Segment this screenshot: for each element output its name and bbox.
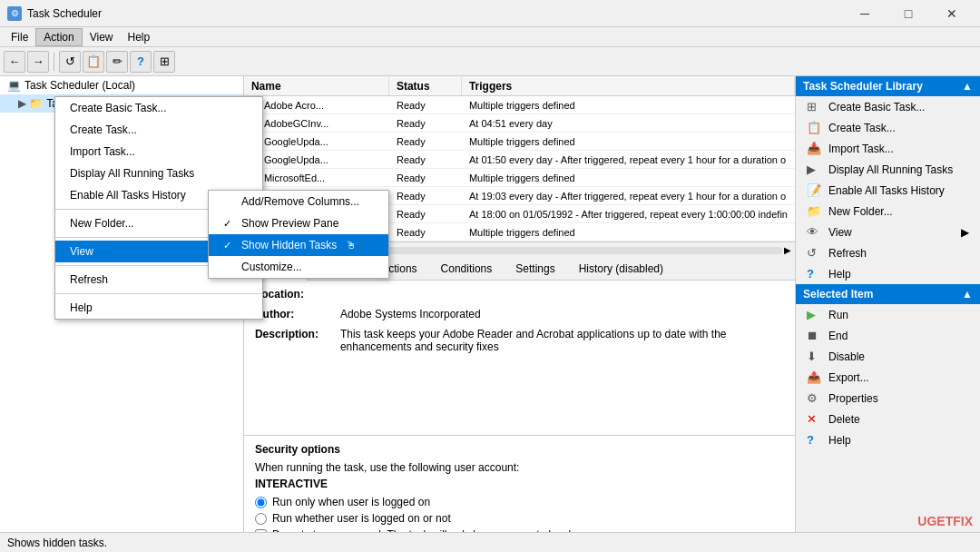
table-row[interactable]: ⊙GoogleUpda... Ready At 01:50 every day … xyxy=(244,151,795,169)
view-show-preview-pane[interactable]: ✓ Show Preview Pane xyxy=(209,212,388,234)
run-icon: ▶ xyxy=(807,308,823,321)
table-row[interactable]: ⊙GoogleUpda... Ready Multiple triggers d… xyxy=(244,133,795,151)
tab-settings[interactable]: Settings xyxy=(504,258,566,280)
status-text: Shows hidden tasks. xyxy=(7,537,107,549)
menu-view[interactable]: View xyxy=(83,29,121,45)
tab-conditions[interactable]: Conditions xyxy=(429,258,505,280)
refresh-toolbar-button[interactable]: ↺ xyxy=(59,51,81,73)
left-panel: 💻 Task Scheduler (Local) ▶ 📁 Task Schedu… xyxy=(0,76,244,552)
cursor-pointer-icon: 🖱 xyxy=(346,239,357,251)
right-properties[interactable]: ⚙ Properties xyxy=(796,388,980,409)
edit-button[interactable]: ✏ xyxy=(106,51,128,73)
table-row[interactable]: ⊙AdobeGCInv... Ready At 04:51 every day xyxy=(244,114,795,133)
help-selected-icon: ? xyxy=(807,433,823,447)
task-table-header: Name Status Triggers xyxy=(244,76,795,96)
radio-whether-logged[interactable] xyxy=(255,513,267,525)
menu-help[interactable]: Help xyxy=(121,29,158,45)
right-create-task[interactable]: 📋 Create Task... xyxy=(796,117,980,138)
radio-whether-logged-row: Run whether user is logged on or not xyxy=(255,512,784,525)
action-create-basic-task[interactable]: Create Basic Task... xyxy=(55,97,262,119)
security-title: Security options xyxy=(255,443,784,456)
location-value xyxy=(340,288,784,301)
toolbar: ← → ↺ 📋 ✏ ? ⊞ xyxy=(0,47,980,76)
window-controls: ─ □ ✕ xyxy=(844,0,973,27)
check-hidden-icon: ✓ xyxy=(223,240,236,251)
collapse-library-icon: ▲ xyxy=(962,80,973,93)
collapse-selected-icon: ▲ xyxy=(962,288,973,301)
folder-icon: ▶ 📁 xyxy=(18,97,43,110)
scroll-right-icon[interactable]: ▶ xyxy=(784,245,791,255)
back-button[interactable]: ← xyxy=(4,51,25,73)
minimize-button[interactable]: ─ xyxy=(844,0,886,27)
menu-bar: File Action View Help xyxy=(0,27,980,47)
radio-logged-on-row: Run only when user is logged on xyxy=(255,496,784,508)
close-button[interactable]: ✕ xyxy=(931,0,973,27)
right-create-basic-task[interactable]: ⊞ Create Basic Task... xyxy=(796,96,980,117)
action-create-task[interactable]: Create Task... xyxy=(55,119,262,141)
location-label: Location: xyxy=(255,288,337,301)
detail-location-row: Location: xyxy=(255,288,784,301)
view-icon: 👁 xyxy=(807,225,823,239)
column-triggers: Triggers xyxy=(462,77,795,95)
column-status: Status xyxy=(389,77,462,95)
right-section-selected-header[interactable]: Selected Item ▲ xyxy=(796,284,980,304)
author-label: Author: xyxy=(255,308,337,320)
center-panel: Name Status Triggers ⊙Adobe Acro... Read… xyxy=(244,76,795,552)
right-delete[interactable]: ✕ Delete xyxy=(796,409,980,429)
menu-file[interactable]: File xyxy=(4,29,35,45)
disable-icon: ⬇ xyxy=(807,350,823,363)
action-import-task[interactable]: Import Task... xyxy=(55,141,262,163)
main-layout: 💻 Task Scheduler (Local) ▶ 📁 Task Schedu… xyxy=(0,76,980,552)
view-show-hidden-tasks[interactable]: ✓ Show Hidden Tasks 🖱 xyxy=(209,234,388,256)
right-section-library-header[interactable]: Task Scheduler Library ▲ xyxy=(796,76,980,96)
right-panel: Task Scheduler Library ▲ ⊞ Create Basic … xyxy=(795,76,980,552)
right-help[interactable]: ? Help xyxy=(796,263,980,284)
right-help-selected[interactable]: ? Help xyxy=(796,429,980,450)
export-icon: 📤 xyxy=(807,370,823,384)
action-help[interactable]: Help xyxy=(55,297,262,319)
right-enable-history[interactable]: 📝 Enable All Tasks History xyxy=(796,180,980,201)
detail-description-row: Description: This task keeps your Adobe … xyxy=(255,328,784,353)
end-icon: ⏹ xyxy=(807,329,823,342)
description-label: Description: xyxy=(255,328,337,353)
right-disable[interactable]: ⬇ Disable xyxy=(796,346,980,367)
view-submenu-arrow-icon: ▶ xyxy=(961,226,969,239)
watermark: UGETFIX xyxy=(917,514,973,528)
right-view[interactable]: 👁 View ▶ xyxy=(796,222,980,242)
right-new-folder[interactable]: 📁 New Folder... xyxy=(796,201,980,222)
right-export[interactable]: 📤 Export... xyxy=(796,367,980,388)
grid-button[interactable]: ⊞ xyxy=(153,51,175,73)
view-customize[interactable]: Customize... xyxy=(209,256,388,278)
display-running-icon: ▶ xyxy=(807,163,823,176)
copy-button[interactable]: 📋 xyxy=(83,51,104,73)
radio-logged-on[interactable] xyxy=(255,497,267,508)
forward-button[interactable]: → xyxy=(27,51,49,73)
tree-item-root[interactable]: 💻 Task Scheduler (Local) xyxy=(0,76,243,94)
detail-author-row: Author: Adobe Systems Incorporated xyxy=(255,308,784,320)
create-task-icon: 📋 xyxy=(807,121,823,134)
view-add-remove-columns[interactable]: Add/Remove Columns... xyxy=(209,191,388,212)
radio-logged-on-label: Run only when user is logged on xyxy=(272,496,430,508)
user-account-value: INTERACTIVE xyxy=(255,478,784,490)
menu-action[interactable]: Action xyxy=(35,28,82,46)
table-row[interactable]: ⊙Adobe Acro... Ready Multiple triggers d… xyxy=(244,96,795,114)
right-import-task[interactable]: 📥 Import Task... xyxy=(796,138,980,159)
right-refresh[interactable]: ↺ Refresh xyxy=(796,242,980,263)
action-display-running[interactable]: Display All Running Tasks xyxy=(55,163,262,184)
window-title: Task Scheduler xyxy=(27,7,844,20)
help-toolbar-button[interactable]: ? xyxy=(130,51,152,73)
tab-history[interactable]: History (disabled) xyxy=(567,258,675,280)
user-account-label: When running the task, use the following… xyxy=(255,461,784,474)
computer-icon: 💻 xyxy=(7,79,21,92)
enable-history-icon: 📝 xyxy=(807,183,823,197)
right-display-running[interactable]: ▶ Display All Running Tasks xyxy=(796,159,980,180)
right-run[interactable]: ▶ Run xyxy=(796,304,980,325)
table-row[interactable]: ⊙MicrosoftEd... Ready Multiple triggers … xyxy=(244,169,795,187)
menu-separator-4 xyxy=(55,293,262,294)
description-value: This task keeps your Adobe Reader and Ac… xyxy=(340,328,784,353)
status-bar: Shows hidden tasks. xyxy=(0,532,980,552)
import-task-icon: 📥 xyxy=(807,142,823,155)
maximize-button[interactable]: □ xyxy=(887,0,929,27)
right-end[interactable]: ⏹ End xyxy=(796,325,980,346)
refresh-icon: ↺ xyxy=(807,246,823,260)
